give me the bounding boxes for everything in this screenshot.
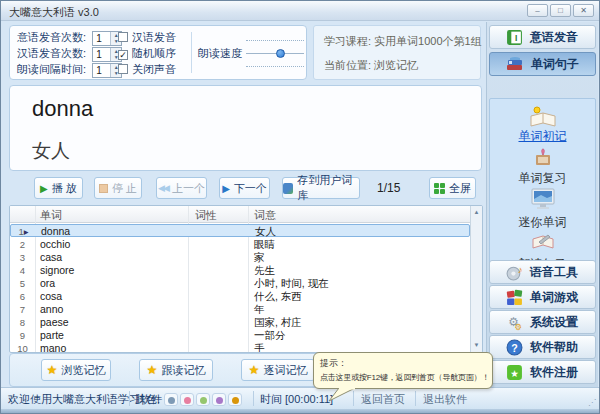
fullscreen-button[interactable]: 全屏 [429, 177, 476, 199]
svg-text:I: I [515, 32, 517, 42]
minimize-button[interactable]: – [527, 4, 548, 17]
cell-word: occhio [40, 238, 70, 251]
window-frame-bottom [1, 409, 599, 413]
save-disk-icon [283, 183, 293, 194]
scroll-up-icon[interactable]: ▲ [471, 207, 482, 218]
skin-color-button[interactable] [180, 393, 194, 406]
it-voice-count-label: 意语发音次数: [17, 31, 86, 43]
sidebar-item-software-register[interactable]: ★ 软件注册 [489, 360, 596, 384]
table-scrollbar[interactable]: ▲ ▼ [470, 206, 482, 352]
help-icon: ? [506, 339, 523, 356]
cell-meaning: 眼睛 [254, 238, 275, 251]
sidebar-item-mini-word[interactable]: 迷你单词 [490, 214, 595, 231]
interval-label: 朗读间隔时间: [17, 63, 86, 75]
random-order-checkbox[interactable]: ✓随机顺序 [118, 45, 176, 61]
svg-text:♪: ♪ [518, 264, 523, 275]
stop-icon [99, 184, 108, 193]
cn-voice-count-label: 汉语发音次数: [17, 47, 86, 59]
table-row[interactable]: 3 casa 家 [10, 251, 470, 264]
exit-button[interactable]: 退出软件 [423, 388, 467, 410]
divider [415, 391, 416, 406]
checkbox-icon [118, 64, 128, 74]
title-bar: 大嘴意大利语 v3.0 – □ ✕ [1, 1, 599, 21]
playback-settings-panel: 意语发音次数: 1 ▲▼ 汉语发音次数: 1 ▲▼ 朗读间隔时间: 1 ▲▼ 汉… [9, 25, 307, 80]
cell-word: cosa [40, 290, 62, 303]
read-speed-slider[interactable] [246, 34, 304, 72]
table-row[interactable]: 9 parte 一部分 [10, 329, 470, 342]
divider [253, 391, 254, 406]
cell-meaning: 年 [254, 303, 265, 316]
position-line: 当前位置: 浏览记忆 [324, 58, 418, 73]
cell-word: parte [40, 329, 64, 342]
browse-memory-button[interactable]: ★ 浏览记忆 [41, 359, 111, 381]
window-title: 大嘴意大利语 v3.0 [9, 5, 99, 20]
table-row[interactable]: 1▸ donna 女人 [10, 224, 470, 237]
follow-read-memory-button[interactable]: ★ 跟读记忆 [139, 359, 213, 381]
sidebar-item-software-help[interactable]: ? 软件帮助 [489, 335, 596, 359]
table-row[interactable]: 2 occhio 眼睛 [10, 238, 470, 251]
star-icon: ★ [249, 363, 260, 377]
star-icon: ★ [147, 363, 158, 377]
checkbox-checked-icon: ✓ [118, 50, 128, 60]
cell-word: casa [40, 251, 62, 264]
sidebar-item-word-review[interactable]: 单词复习 [490, 170, 595, 187]
word-display-panel: donna 女人 [9, 85, 482, 171]
maximize-button[interactable]: □ [550, 4, 571, 17]
word-by-word-memory-button[interactable]: ★ 逐词记忆 [241, 359, 315, 381]
stop-button[interactable]: 停 止 [94, 177, 142, 199]
app-window: 大嘴意大利语 v3.0 – □ ✕ 意语发音次数: 1 ▲▼ 汉语发音次数: 1… [0, 0, 600, 414]
register-star-icon: ★ [506, 364, 523, 381]
fullscreen-icon [434, 183, 445, 194]
col-meaning-header: 词意 [254, 208, 276, 223]
gift-book-icon [490, 145, 595, 171]
home-button[interactable]: 返回首页 [361, 388, 405, 410]
cell-word: paese [40, 316, 69, 329]
table-row[interactable]: 5 ora 小时, 时间, 现在 [10, 277, 470, 290]
close-button[interactable]: ✕ [573, 4, 594, 17]
sidebar-item-word-first-learn[interactable]: 单词初记 [490, 128, 595, 145]
table-row[interactable]: 8 paese 国家, 村庄 [10, 316, 470, 329]
notebook-icon: I [506, 29, 523, 46]
star-icon: ★ [47, 363, 58, 377]
slider-thumb[interactable] [276, 49, 285, 58]
skin-color-button[interactable] [196, 393, 210, 406]
hint-balloon-tail [325, 388, 365, 402]
timer-text: 时间 [00:00:11] [260, 388, 333, 410]
resize-grip[interactable]: ⋰ [588, 399, 596, 407]
sidebar-item-voice-tools[interactable]: ♪ 语音工具 [489, 260, 596, 284]
monitor-icon [490, 187, 595, 213]
sidebar-item-system-settings[interactable]: ⚙ ⚙ 系统设置 [489, 310, 596, 334]
previous-button[interactable]: ◀◀ 上一个 [156, 177, 207, 199]
next-button[interactable]: ▶ 下一个 [219, 177, 270, 199]
cell-word: ora [40, 277, 55, 290]
sidebar-item-words-sentences[interactable]: 单词句子 [489, 52, 596, 76]
play-icon: ▶ [40, 183, 48, 194]
table-row[interactable]: 6 cosa 什么, 东西 [10, 290, 470, 303]
sidebar-item-italian-pronunciation[interactable]: I 意语发音 [489, 25, 596, 49]
game-blocks-icon [506, 289, 523, 306]
books-icon [506, 56, 524, 72]
cell-meaning: 国家, 村庄 [254, 316, 302, 329]
table-row[interactable]: 7 anno 年 [10, 303, 470, 316]
read-speed-label: 朗读速度 [198, 46, 242, 61]
skin-color-button[interactable] [212, 393, 226, 406]
scroll-down-icon[interactable]: ▼ [471, 340, 482, 351]
slider-track[interactable] [246, 53, 304, 54]
sidebar-subpanel: 单词初记 单词复习 迷你单词 [489, 98, 596, 278]
table-row[interactable]: 4 signore 先生 [10, 264, 470, 277]
skin-color-button[interactable] [164, 393, 178, 406]
mute-checkbox[interactable]: 关闭声音 [118, 61, 176, 77]
svg-text:★: ★ [510, 367, 519, 378]
save-to-userdict-button[interactable]: 存到用户词库 [282, 177, 360, 199]
chinese-voice-checkbox[interactable]: 汉语发音 [118, 29, 176, 45]
divider [191, 32, 192, 73]
skin-color-button[interactable] [228, 393, 242, 406]
slider-dots [246, 66, 304, 67]
sidebar-item-word-games[interactable]: 单词游戏 [489, 285, 596, 309]
cell-meaning: 女人 [255, 225, 276, 238]
hint-title: 提示： [320, 357, 486, 370]
col-pos-header: 词性 [195, 208, 217, 223]
play-button[interactable]: ▶ 播 放 [34, 177, 83, 199]
word-table: 单词 词性 词意 1▸ donna 女人 2 occhio 眼睛 3 casa … [9, 205, 483, 353]
svg-text:⚙: ⚙ [515, 321, 523, 330]
